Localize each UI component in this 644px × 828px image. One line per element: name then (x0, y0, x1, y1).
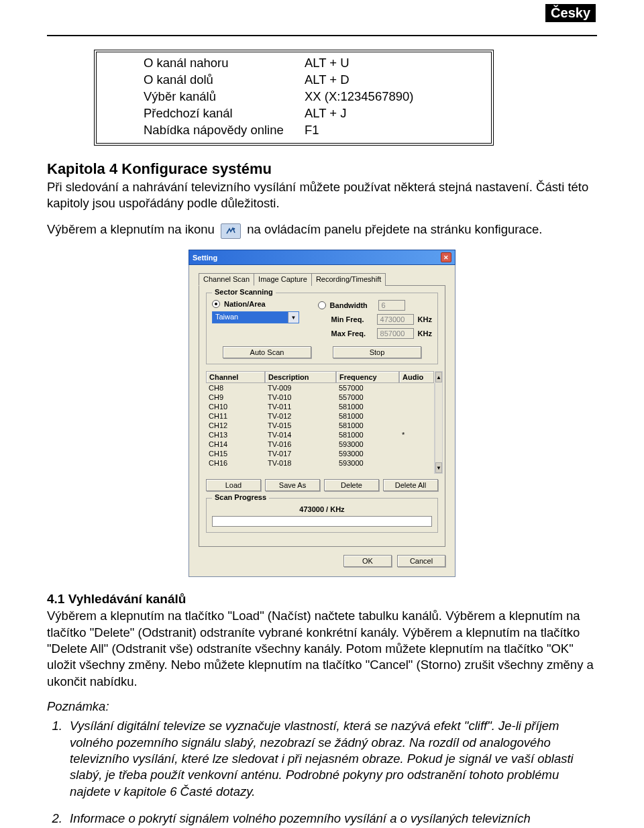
cell-frequency: 557000 (336, 383, 399, 393)
cell-audio (399, 411, 434, 421)
col-audio[interactable]: Audio (399, 371, 434, 383)
cell-description: TV-017 (265, 449, 336, 458)
min-freq-label: Min Freq. (331, 315, 373, 323)
cell-channel: CH14 (206, 439, 265, 449)
delete-all-button[interactable]: Delete All (383, 479, 438, 491)
cell-audio (399, 449, 434, 458)
shortcut-value: ALT + D (305, 72, 479, 89)
group-legend: Scan Progress (212, 493, 269, 501)
chapter-heading: Kapitola 4 Konfigurace systému (47, 160, 597, 178)
shortcut-row: Předchozí kanál ALT + J (144, 105, 479, 122)
cell-description: TV-015 (265, 421, 336, 430)
shortcut-row: Výběr kanálů XX (X:1234567890) (144, 89, 479, 105)
scrollbar[interactable]: ▲ ▼ (435, 371, 443, 474)
cell-frequency: 581000 (336, 421, 399, 430)
radio-nation-area[interactable] (212, 300, 220, 308)
cell-frequency: 581000 (336, 411, 399, 421)
chevron-down-icon: ▼ (288, 312, 299, 323)
progress-text: 473000 / KHz (212, 505, 432, 513)
note-item: Vysílání digitální televize se vyznačuje… (66, 718, 597, 800)
cell-description: TV-018 (265, 458, 336, 468)
khz-label: KHz (418, 329, 432, 338)
max-freq-field: 857000 (377, 328, 414, 339)
cell-audio (399, 383, 434, 393)
shortcut-key: Výběr kanálů (144, 89, 305, 105)
ok-button[interactable]: OK (343, 555, 392, 567)
delete-button[interactable]: Delete (324, 479, 379, 491)
dialog-title: Setting (193, 254, 217, 262)
shortcut-key: Předchozí kanál (144, 105, 305, 122)
cell-frequency: 593000 (336, 439, 399, 449)
cell-description: TV-009 (265, 383, 336, 393)
table-row[interactable]: CH9TV-010557000 (206, 393, 434, 402)
load-button[interactable]: Load (206, 479, 261, 491)
radio-bandwidth[interactable] (318, 301, 326, 309)
stop-button[interactable]: Stop (333, 346, 421, 358)
scan-progress-group: Scan Progress 473000 / KHz (206, 498, 438, 533)
cell-frequency: 581000 (336, 402, 399, 411)
save-as-button[interactable]: Save As (265, 479, 320, 491)
progress-bar (212, 516, 432, 527)
cell-audio (399, 421, 434, 430)
shortcut-key: Nabídka nápovědy online (144, 122, 305, 139)
table-row[interactable]: CH16TV-018593000 (206, 458, 434, 468)
channel-table: Channel Description Frequency Audio CH8T… (206, 371, 438, 474)
nation-area-select[interactable]: Taiwan ▼ (212, 311, 299, 323)
shortcut-row: Nabídka nápovědy online F1 (144, 122, 479, 139)
cancel-button[interactable]: Cancel (397, 555, 445, 567)
scroll-down-icon[interactable]: ▼ (435, 462, 442, 473)
note-label: Poznámka: (47, 699, 597, 714)
shortcut-table: O kanál nahoru ALT + U O kanál dolů ALT … (94, 50, 494, 146)
table-row[interactable]: CH14TV-016593000 (206, 439, 434, 449)
col-frequency[interactable]: Frequency (336, 371, 399, 383)
shortcut-key: O kanál dolů (144, 72, 305, 89)
max-freq-label: Max Freq. (331, 329, 373, 338)
khz-label: KHz (418, 315, 432, 323)
cell-description: TV-016 (265, 439, 336, 449)
table-row[interactable]: CH15TV-017593000 (206, 449, 434, 458)
table-row[interactable]: CH8TV-009557000 (206, 383, 434, 393)
paragraph: Při sledování a nahrávání televizního vy… (47, 179, 597, 212)
cell-frequency: 593000 (336, 458, 399, 468)
note-item: Informace o pokrytí signálem volného poz… (66, 811, 597, 828)
nation-area-value: Taiwan (213, 312, 288, 323)
cell-frequency: 581000 (336, 430, 399, 439)
table-row[interactable]: CH10TV-011581000 (206, 402, 434, 411)
paragraph: Výběrem a klepnutím na tlačítko "Load" (… (47, 608, 597, 690)
note-text: Informace o pokrytí signálem volného poz… (70, 811, 531, 828)
tab-channel-scan[interactable]: Channel Scan (199, 273, 254, 286)
cell-channel: CH9 (206, 393, 265, 402)
nation-area-label: Nation/Area (224, 300, 266, 308)
section-heading: 4.1 Vyhledávání kanálů (47, 592, 597, 607)
cell-channel: CH12 (206, 421, 265, 430)
text-post: na ovládacím panelu přejdete na stránku … (247, 222, 542, 236)
table-row[interactable]: CH12TV-015581000 (206, 421, 434, 430)
scroll-up-icon[interactable]: ▲ (435, 372, 442, 382)
cell-channel: CH15 (206, 449, 265, 458)
col-description[interactable]: Description (265, 371, 336, 383)
cell-description: TV-011 (265, 402, 336, 411)
dialog-titlebar[interactable]: Setting ✕ (189, 250, 455, 265)
table-header: Channel Description Frequency Audio (206, 371, 435, 383)
table-row[interactable]: CH13TV-014581000* (206, 430, 434, 439)
cell-channel: CH10 (206, 402, 265, 411)
svg-point-0 (233, 227, 235, 229)
table-row[interactable]: CH11TV-012581000 (206, 411, 434, 421)
cell-frequency: 593000 (336, 449, 399, 458)
language-badge: Česky (545, 4, 596, 22)
cell-channel: CH13 (206, 430, 265, 439)
shortcut-row: O kanál dolů ALT + D (144, 72, 479, 89)
tab-recording-timeshift[interactable]: Recording/Timeshift (311, 273, 386, 286)
cell-audio (399, 458, 434, 468)
cell-description: TV-010 (265, 393, 336, 402)
notes-list: Vysílání digitální televize se vyznačuje… (47, 718, 597, 828)
shortcut-key: O kanál nahoru (144, 55, 305, 72)
shortcut-value: XX (X:1234567890) (305, 89, 479, 105)
shortcut-value: ALT + J (305, 105, 479, 122)
dialog-tabs: Channel Scan Image Capture Recording/Tim… (199, 273, 445, 286)
cell-audio (399, 439, 434, 449)
close-icon[interactable]: ✕ (441, 252, 451, 262)
tab-image-capture[interactable]: Image Capture (254, 273, 312, 286)
auto-scan-button[interactable]: Auto Scan (223, 346, 311, 358)
col-channel[interactable]: Channel (206, 371, 265, 383)
